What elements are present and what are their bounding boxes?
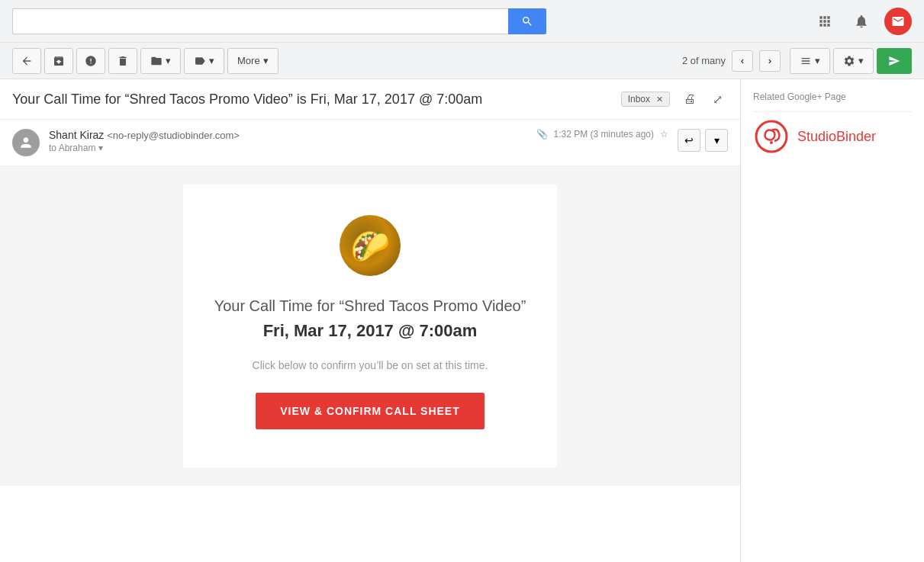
top-bar <box>0 0 924 43</box>
reply-button[interactable]: ↩ <box>678 129 700 152</box>
project-logo-image <box>340 215 401 276</box>
expand-icon[interactable]: ⤢ <box>707 88 728 110</box>
email-subject-bar: Your Call Time for “Shred Tacos Promo Vi… <box>0 79 740 120</box>
pagination: 2 of many ‹ › <box>682 50 781 72</box>
star-icon[interactable]: ☆ <box>660 129 668 140</box>
spam-button[interactable] <box>76 48 105 74</box>
archive-button[interactable] <box>44 48 73 74</box>
timestamp: 1:32 PM (3 minutes ago) <box>554 129 654 140</box>
settings-chevron-icon: ▾ <box>858 55 864 66</box>
inbox-close-button[interactable]: ✕ <box>656 95 663 104</box>
sender-name: Shant Kiraz <box>49 129 104 141</box>
notifications-icon-button[interactable] <box>848 8 875 35</box>
sender-email: <no-reply@studiobinder.com> <box>107 130 240 141</box>
more-button[interactable]: More ▾ <box>227 48 278 74</box>
more-chevron-icon: ▾ <box>263 55 269 66</box>
print-icon[interactable]: 🖨 <box>679 88 700 110</box>
more-label: More <box>237 55 260 66</box>
email-body: Your Call Time for “Shred Tacos Promo Vi… <box>0 166 740 486</box>
email-subject: Your Call Time for “Shred Tacos Promo Vi… <box>12 92 612 108</box>
more-actions-button[interactable]: ▾ <box>705 129 728 152</box>
email-card: Your Call Time for “Shred Tacos Promo Vi… <box>183 185 557 467</box>
call-time-subtitle: Click below to confirm you’ll be on set … <box>206 359 534 371</box>
labels-button[interactable]: ▾ <box>184 48 224 74</box>
related-label: Related Google+ Page <box>753 92 912 102</box>
call-time-title: Your Call Time for “Shred Tacos Promo Vi… <box>206 297 534 315</box>
email-actions: ↩ ▾ <box>678 129 728 152</box>
studiobinder-logo <box>753 118 790 155</box>
toolbar: ▾ ▾ More ▾ 2 of many ‹ › ▾ ▾ <box>0 43 924 79</box>
email-area: Your Call Time for “Shred Tacos Promo Vi… <box>0 79 924 562</box>
email-header-row: Shant Kiraz <no-reply@studiobinder.com> … <box>0 120 740 166</box>
labels-chevron-icon: ▾ <box>209 55 214 66</box>
next-page-button[interactable]: › <box>759 50 781 72</box>
search-area <box>12 8 546 34</box>
settings-button[interactable]: ▾ <box>833 48 874 74</box>
sender-name-line: Shant Kiraz <no-reply@studiobinder.com> <box>49 129 527 141</box>
prev-page-button[interactable]: ‹ <box>732 50 753 72</box>
sidebar-brand: StudioBinder <box>753 111 912 155</box>
move-to-button[interactable]: ▾ <box>140 48 181 74</box>
brand-name: StudioBinder <box>797 129 876 145</box>
svg-point-0 <box>756 121 787 152</box>
to-dropdown-icon[interactable]: ▾ <box>98 143 103 153</box>
attachment-icon: 📎 <box>536 129 548 140</box>
delete-button[interactable] <box>108 48 137 74</box>
email-meta: 📎 1:32 PM (3 minutes ago) ☆ <box>536 129 668 140</box>
call-time-date: Fri, Mar 17, 2017 @ 7:00am <box>206 321 534 341</box>
compose-icon-button[interactable] <box>884 8 912 35</box>
back-button[interactable] <box>12 48 41 74</box>
sender-info: Shant Kiraz <no-reply@studiobinder.com> … <box>49 129 527 153</box>
avatar <box>12 129 40 156</box>
grid-icon-button[interactable] <box>811 8 839 35</box>
view-chevron-icon: ▾ <box>815 55 820 66</box>
email-main: Your Call Time for “Shred Tacos Promo Vi… <box>0 79 741 562</box>
pagination-text: 2 of many <box>682 55 726 66</box>
send-button[interactable] <box>877 48 912 74</box>
view-options-button[interactable]: ▾ <box>790 48 830 74</box>
top-icons <box>811 8 912 35</box>
inbox-label: Inbox <box>628 94 650 104</box>
sender-to: to Abraham ▾ <box>49 143 527 153</box>
inbox-badge: Inbox ✕ <box>621 92 670 107</box>
email-sidebar: Related Google+ Page StudioBinder <box>741 79 924 562</box>
confirm-call-sheet-button[interactable]: VIEW & CONFIRM CALL SHEET <box>256 393 485 429</box>
move-chevron-icon: ▾ <box>166 55 171 66</box>
svg-point-1 <box>770 141 773 144</box>
search-button[interactable] <box>508 8 546 34</box>
search-input[interactable] <box>12 8 508 34</box>
email-subject-actions: 🖨 ⤢ <box>679 88 728 110</box>
